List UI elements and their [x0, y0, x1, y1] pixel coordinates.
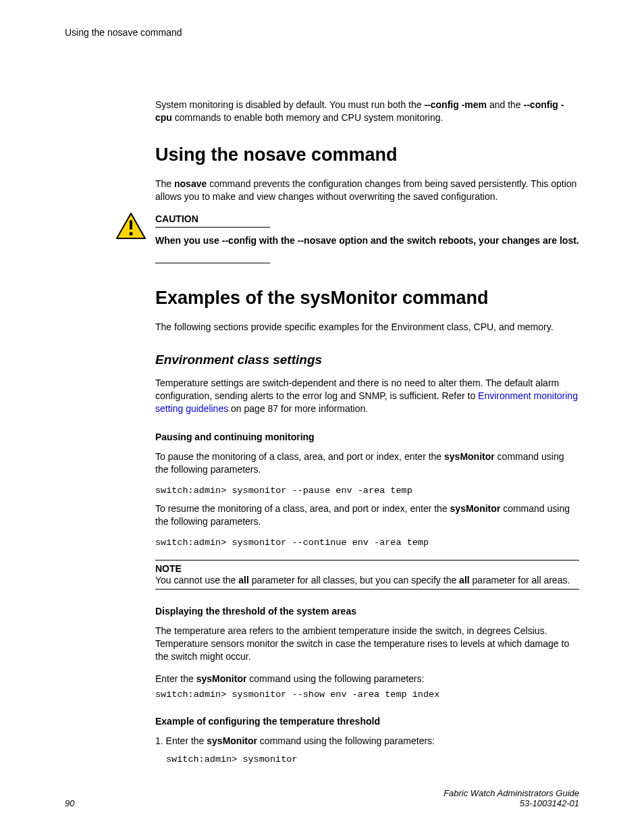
code-block: switch:admin> sysmonitor --continue env … [155, 538, 579, 548]
page-footer: 90 Fabric Watch Administrators Guide 53-… [65, 788, 579, 808]
note-label: NOTE [155, 563, 579, 574]
list-number: 1. [155, 735, 163, 746]
doc-id: 53-1003142-01 [444, 798, 579, 808]
keyword: all [238, 575, 249, 585]
caution-label: CAUTION [155, 213, 198, 226]
keyword: all [459, 575, 470, 585]
text: Enter the [155, 673, 196, 684]
text: System monitoring is disabled by default… [155, 99, 424, 110]
note-text: You cannot use the all parameter for all… [155, 574, 579, 587]
paragraph: Enter the sysMonitor command using the f… [155, 673, 579, 685]
heading-pausing: Pausing and continuing monitoring [155, 432, 579, 442]
running-header: Using the nosave command [65, 27, 579, 38]
paragraph: Temperature settings are switch-dependen… [155, 377, 579, 415]
doc-title: Fabric Watch Administrators Guide [444, 788, 579, 798]
paragraph: To resume the monitoring of a class, are… [155, 502, 579, 528]
heading-threshold: Displaying the threshold of the system a… [155, 606, 579, 617]
paragraph: To pause the monitoring of a class, area… [155, 450, 579, 476]
heading-nosave: Using the nosave command [155, 145, 579, 165]
caution-block: CAUTION When you use --config with the -… [116, 213, 579, 264]
caution-text: When you use --config with the --nosave … [155, 234, 579, 247]
heading-examples: Examples of the sysMonitor command [155, 288, 579, 309]
text: To pause the monitoring of a class, area… [155, 451, 444, 462]
svg-rect-1 [130, 220, 132, 230]
text: command using the following parameters: [257, 735, 435, 746]
caution-triangle-icon [116, 213, 146, 240]
text: command prevents the configuration chang… [155, 178, 576, 202]
svg-point-2 [129, 232, 132, 235]
text: The [155, 178, 174, 189]
list-item: 1. Enter the sysMonitor command using th… [155, 735, 579, 748]
footer-right: Fabric Watch Administrators Guide 53-100… [444, 788, 579, 808]
command-name: sysMonitor [196, 673, 247, 684]
code-block: switch:admin> sysmonitor [166, 754, 579, 764]
text: parameter for all areas. [470, 575, 570, 585]
command-name: sysMonitor [450, 503, 501, 514]
divider [155, 227, 270, 228]
text: and the [487, 99, 524, 110]
text: on page 87 for more information. [228, 403, 368, 414]
divider [155, 560, 579, 561]
text: Enter the [163, 735, 207, 746]
command-name: sysMonitor [207, 735, 257, 746]
paragraph: The following sections provide specific … [155, 321, 579, 334]
text: commands to enable both memory and CPU s… [172, 112, 444, 123]
command-name: nosave [174, 178, 207, 189]
divider [155, 589, 579, 590]
text: To resume the monitoring of a class, are… [155, 503, 450, 514]
heading-config-temp: Example of configuring the temperature t… [155, 716, 579, 727]
text: You cannot use the [155, 575, 238, 585]
code-flag: --config -mem [424, 99, 487, 110]
code-block: switch:admin> sysmonitor --show env -are… [155, 689, 579, 700]
content-column: System monitoring is disabled by default… [155, 99, 579, 764]
paragraph: The nosave command prevents the configur… [155, 178, 579, 203]
heading-environment-settings: Environment class settings [155, 353, 579, 367]
intro-paragraph: System monitoring is disabled by default… [155, 99, 579, 124]
page: Using the nosave command System monitori… [0, 0, 644, 834]
divider [155, 263, 270, 263]
text: command using the following parameters: [246, 673, 424, 684]
page-number: 90 [65, 798, 74, 808]
command-name: sysMonitor [444, 451, 495, 462]
code-block: switch:admin> sysmonitor --pause env -ar… [155, 486, 579, 496]
text: parameter for all classes, but you can s… [249, 575, 459, 585]
paragraph: The temperature area refers to the ambie… [155, 625, 579, 663]
